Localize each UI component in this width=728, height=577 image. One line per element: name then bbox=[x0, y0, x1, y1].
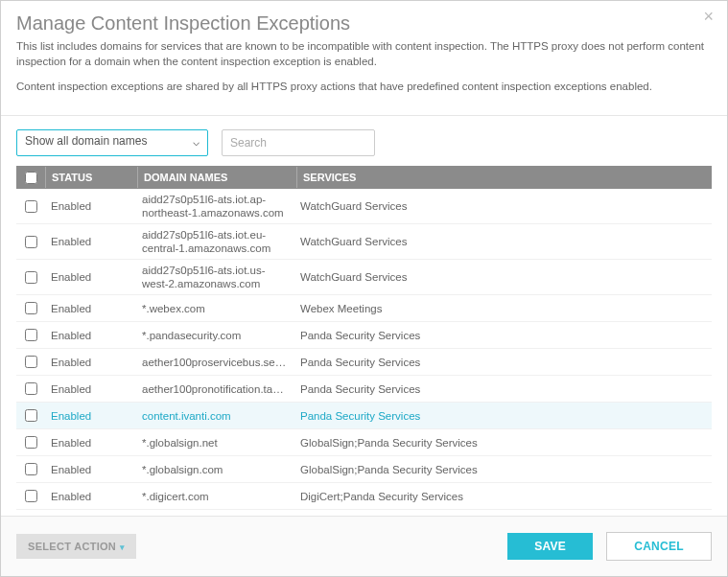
cell-status: Enabled bbox=[45, 200, 136, 212]
cell-status: Enabled bbox=[45, 271, 136, 283]
table-row[interactable]: Enabled*.digicert.comDigiCert;Panda Secu… bbox=[16, 483, 712, 510]
footer: SELECT ACTION▾ SAVE CANCEL bbox=[1, 516, 727, 576]
col-header-domain[interactable]: DOMAIN NAMES bbox=[138, 172, 296, 183]
filter-label: Show all domain names bbox=[25, 134, 147, 148]
table-row[interactable]: Enabledaidd27s0p51l6-ats.iot.ap-northeas… bbox=[16, 189, 712, 224]
cell-domain: aidd27s0p51l6-ats.iot.ap-northeast-1.ama… bbox=[136, 193, 294, 219]
cell-domain: aidd27s0p51l6-ats.iot.us-west-2.amazonaw… bbox=[136, 264, 294, 290]
table-body[interactable]: Enabledaidd27s0p51l6-ats.iot.ap-northeas… bbox=[16, 189, 712, 516]
cell-status: Enabled bbox=[45, 491, 136, 502]
cell-services: Panda Security Services bbox=[294, 410, 712, 422]
row-checkbox[interactable] bbox=[25, 236, 37, 248]
row-checkbox[interactable] bbox=[25, 329, 37, 341]
cell-services: DigiCert;Panda Security Services bbox=[294, 491, 712, 502]
exceptions-table: STATUS DOMAIN NAMES SERVICES Enabledaidd… bbox=[1, 166, 727, 516]
cell-services: WatchGuard Services bbox=[294, 200, 712, 212]
cell-services: WatchGuard Services bbox=[294, 236, 712, 247]
row-checkbox[interactable] bbox=[25, 436, 37, 449]
cell-domain: aidd27s0p51l6-ats.iot.eu-central-1.amazo… bbox=[136, 228, 294, 255]
select-all-cell bbox=[16, 169, 45, 187]
select-action-button[interactable]: SELECT ACTION▾ bbox=[16, 534, 136, 559]
controls-bar: Show all domain names bbox=[1, 116, 727, 166]
row-checkbox[interactable] bbox=[25, 490, 37, 502]
cell-status: Enabled bbox=[45, 357, 136, 368]
table-row[interactable]: Enabledcontent.ivanti.comPanda Security … bbox=[16, 403, 712, 429]
cell-status: Enabled bbox=[45, 236, 136, 247]
table-row[interactable]: Enabled*.globalsign.netGlobalSign;Panda … bbox=[16, 429, 712, 456]
col-header-status[interactable]: STATUS bbox=[46, 172, 137, 183]
cell-domain: *.pandasecurity.com bbox=[136, 330, 294, 341]
table-row[interactable]: Enabledaether100pronotification.table.co… bbox=[16, 376, 712, 403]
select-all-checkbox[interactable] bbox=[25, 172, 37, 184]
filter-dropdown[interactable]: Show all domain names bbox=[16, 129, 208, 156]
cell-status: Enabled bbox=[45, 303, 136, 314]
cell-services: Webex Meetings bbox=[294, 303, 712, 314]
row-checkbox[interactable] bbox=[25, 302, 37, 314]
cell-domain: *.digicert.com bbox=[136, 491, 294, 502]
cell-services: Panda Security Services bbox=[294, 383, 712, 395]
cell-domain: *.globalsign.net bbox=[136, 437, 294, 449]
row-checkbox[interactable] bbox=[25, 356, 37, 368]
table-row[interactable]: Enabledaidd27s0p51l6-ats.iot.eu-central-… bbox=[16, 224, 712, 260]
close-icon[interactable]: × bbox=[703, 7, 714, 27]
chevron-down-icon: ▾ bbox=[120, 542, 125, 552]
cell-domain: content.ivanti.com bbox=[136, 410, 294, 422]
cell-domain: *.webex.com bbox=[136, 303, 294, 314]
cell-domain: aether100proservicebus.servicebus.window… bbox=[136, 357, 294, 368]
row-checkbox[interactable] bbox=[25, 271, 37, 284]
table-row[interactable]: Enabled*.webex.comWebex Meetings bbox=[16, 295, 712, 322]
page-description: This list includes domains for services … bbox=[16, 38, 712, 94]
search-input[interactable] bbox=[222, 129, 375, 156]
modal-manage-exceptions: × Manage Content Inspection Exceptions T… bbox=[0, 0, 728, 577]
cell-status: Enabled bbox=[45, 330, 136, 341]
cancel-button[interactable]: CANCEL bbox=[606, 532, 712, 561]
row-checkbox[interactable] bbox=[25, 409, 37, 422]
row-checkbox[interactable] bbox=[25, 382, 37, 395]
col-header-services[interactable]: SERVICES bbox=[297, 172, 712, 183]
cell-status: Enabled bbox=[45, 464, 136, 475]
row-checkbox[interactable] bbox=[25, 200, 37, 213]
cell-domain: aether100pronotification.table.core.wind… bbox=[136, 383, 294, 395]
table-row[interactable]: Enabled*.globalsign.comGlobalSign;Panda … bbox=[16, 456, 712, 483]
save-button[interactable]: SAVE bbox=[507, 533, 593, 560]
table-header: STATUS DOMAIN NAMES SERVICES bbox=[16, 166, 712, 189]
cell-services: WatchGuard Services bbox=[294, 271, 712, 283]
table-row[interactable]: Enabled*.ctmail.comAnti Spam Protection;… bbox=[16, 510, 712, 516]
cell-services: Panda Security Services bbox=[294, 330, 712, 341]
row-checkbox[interactable] bbox=[25, 463, 37, 475]
page-title: Manage Content Inspection Exceptions bbox=[16, 12, 712, 35]
table-row[interactable]: Enabled*.pandasecurity.comPanda Security… bbox=[16, 322, 712, 349]
cell-services: GlobalSign;Panda Security Services bbox=[294, 464, 712, 475]
cell-services: Panda Security Services bbox=[294, 357, 712, 368]
cell-status: Enabled bbox=[45, 383, 136, 395]
cell-status: Enabled bbox=[45, 410, 136, 422]
header: Manage Content Inspection Exceptions Thi… bbox=[1, 1, 727, 116]
table-row[interactable]: Enabledaidd27s0p51l6-ats.iot.us-west-2.a… bbox=[16, 260, 712, 295]
cell-status: Enabled bbox=[45, 437, 136, 449]
table-row[interactable]: Enabledaether100proservicebus.servicebus… bbox=[16, 349, 712, 376]
cell-domain: *.globalsign.com bbox=[136, 464, 294, 475]
cell-services: GlobalSign;Panda Security Services bbox=[294, 437, 712, 449]
